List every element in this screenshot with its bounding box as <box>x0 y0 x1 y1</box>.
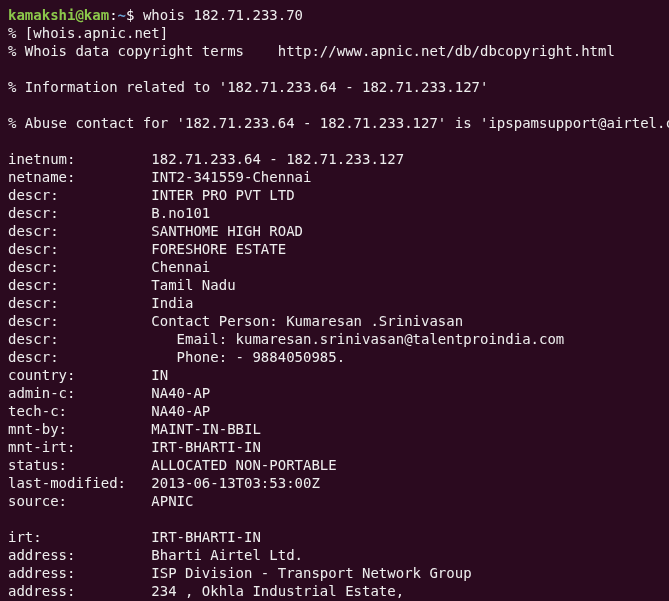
whois-field-row: descr:FORESHORE ESTATE <box>8 241 286 257</box>
whois-field-key: descr: <box>8 240 151 258</box>
command-text: whois 182.71.233.70 <box>143 7 303 23</box>
whois-field-value: 234 , Okhla Industrial Estate, <box>151 583 404 599</box>
whois-field-row: descr:Tamil Nadu <box>8 277 236 293</box>
whois-field-row: descr: Phone: - 9884050985. <box>8 349 345 365</box>
whois-field-value: B.no101 <box>151 205 210 221</box>
whois-field-key: address: <box>8 546 151 564</box>
whois-field-value: SANTHOME HIGH ROAD <box>151 223 303 239</box>
whois-field-key: status: <box>8 456 151 474</box>
whois-field-key: netname: <box>8 168 151 186</box>
whois-field-key: descr: <box>8 186 151 204</box>
whois-field-value: FORESHORE ESTATE <box>151 241 286 257</box>
whois-field-value: Contact Person: Kumaresan .Srinivasan <box>151 313 463 329</box>
whois-field-key: source: <box>8 492 151 510</box>
whois-field-row: admin-c:NA40-AP <box>8 385 210 401</box>
whois-field-value: MAINT-IN-BBIL <box>151 421 261 437</box>
prompt-sep-dollar: $ <box>126 7 143 23</box>
whois-block-irt: irt:IRT-BHARTI-IN address:Bharti Airtel … <box>8 528 661 601</box>
whois-field-value: Chennai <box>151 259 210 275</box>
whois-field-value: ALLOCATED NON-PORTABLE <box>151 457 336 473</box>
whois-field-value: Bharti Airtel Ltd. <box>151 547 303 563</box>
whois-field-key: descr: <box>8 222 151 240</box>
whois-field-row: descr: Email: kumaresan.srinivasan@talen… <box>8 331 564 347</box>
whois-field-value: NA40-AP <box>151 385 210 401</box>
whois-field-value: IRT-BHARTI-IN <box>151 529 261 545</box>
whois-header-line: % Information related to '182.71.233.64 … <box>8 79 488 95</box>
prompt-path: ~ <box>118 7 126 23</box>
whois-field-row: inetnum:182.71.233.64 - 182.71.233.127 <box>8 151 404 167</box>
whois-field-key: country: <box>8 366 151 384</box>
whois-block-inetnum: inetnum:182.71.233.64 - 182.71.233.127 n… <box>8 150 661 510</box>
whois-field-value: INTER PRO PVT LTD <box>151 187 294 203</box>
whois-field-row: descr:SANTHOME HIGH ROAD <box>8 223 303 239</box>
whois-field-value: IRT-BHARTI-IN <box>151 439 261 455</box>
whois-field-row: irt:IRT-BHARTI-IN <box>8 529 261 545</box>
whois-field-key: address: <box>8 564 151 582</box>
whois-field-row: address:234 , Okhla Industrial Estate, <box>8 583 404 599</box>
whois-field-value: NA40-AP <box>151 403 210 419</box>
whois-field-row: mnt-irt:IRT-BHARTI-IN <box>8 439 261 455</box>
whois-field-row: mnt-by:MAINT-IN-BBIL <box>8 421 261 437</box>
whois-field-value: Email: kumaresan.srinivasan@talentproind… <box>151 331 564 347</box>
whois-field-key: last-modified: <box>8 474 151 492</box>
whois-field-key: inetnum: <box>8 150 151 168</box>
whois-field-value: Phone: - 9884050985. <box>151 349 345 365</box>
whois-field-key: irt: <box>8 528 151 546</box>
whois-field-key: descr: <box>8 294 151 312</box>
whois-field-row: descr:India <box>8 295 193 311</box>
whois-field-row: address:ISP Division - Transport Network… <box>8 565 472 581</box>
whois-field-row: country:IN <box>8 367 168 383</box>
whois-field-value: INT2-341559-Chennai <box>151 169 311 185</box>
whois-field-row: last-modified:2013-06-13T03:53:00Z <box>8 475 320 491</box>
whois-field-value: India <box>151 295 193 311</box>
terminal-screen[interactable]: kamakshi@kam:~$ whois 182.71.233.70 % [w… <box>0 0 669 601</box>
whois-field-value: 182.71.233.64 - 182.71.233.127 <box>151 151 404 167</box>
prompt-user-host: kamakshi@kam <box>8 7 109 23</box>
whois-field-row: descr:INTER PRO PVT LTD <box>8 187 295 203</box>
whois-field-row: netname:INT2-341559-Chennai <box>8 169 311 185</box>
whois-field-key: descr: <box>8 348 151 366</box>
whois-header-line: % Whois data copyright terms http://www.… <box>8 43 615 59</box>
whois-field-value: ISP Division - Transport Network Group <box>151 565 471 581</box>
whois-field-row: tech-c:NA40-AP <box>8 403 210 419</box>
whois-field-key: mnt-by: <box>8 420 151 438</box>
whois-field-row: status:ALLOCATED NON-PORTABLE <box>8 457 337 473</box>
whois-field-key: mnt-irt: <box>8 438 151 456</box>
whois-field-value: APNIC <box>151 493 193 509</box>
whois-field-key: descr: <box>8 312 151 330</box>
whois-field-key: descr: <box>8 330 151 348</box>
whois-field-key: admin-c: <box>8 384 151 402</box>
whois-header-line: % Abuse contact for '182.71.233.64 - 182… <box>8 115 669 131</box>
whois-field-row: descr:Contact Person: Kumaresan .Sriniva… <box>8 313 463 329</box>
whois-field-row: source:APNIC <box>8 493 193 509</box>
prompt-sep-colon: : <box>109 7 117 23</box>
whois-header-line: % [whois.apnic.net] <box>8 25 168 41</box>
whois-field-key: address: <box>8 582 151 600</box>
whois-field-value: IN <box>151 367 168 383</box>
whois-field-key: descr: <box>8 204 151 222</box>
whois-field-key: descr: <box>8 276 151 294</box>
whois-field-row: address:Bharti Airtel Ltd. <box>8 547 303 563</box>
whois-field-value: 2013-06-13T03:53:00Z <box>151 475 320 491</box>
whois-field-value: Tamil Nadu <box>151 277 235 293</box>
whois-field-row: descr:Chennai <box>8 259 210 275</box>
whois-field-key: tech-c: <box>8 402 151 420</box>
prompt-line: kamakshi@kam:~$ whois 182.71.233.70 <box>8 7 303 23</box>
whois-field-row: descr:B.no101 <box>8 205 210 221</box>
whois-field-key: descr: <box>8 258 151 276</box>
